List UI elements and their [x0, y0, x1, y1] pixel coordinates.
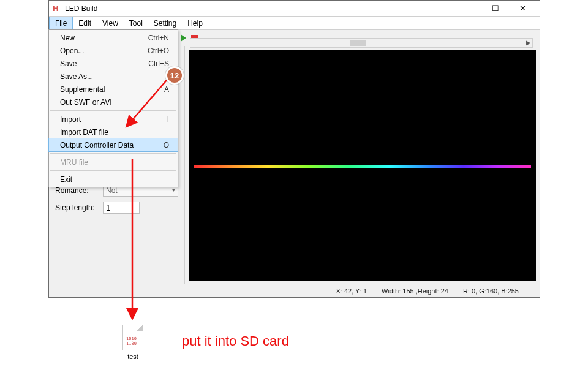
file-menu-save-as[interactable]: Save As...: [49, 70, 178, 83]
annotation-step-badge: 12: [165, 66, 184, 85]
step-length-label: Step length:: [55, 203, 99, 212]
file-menu-mru: MRU file: [49, 156, 178, 168]
file-menu-import[interactable]: Import I: [49, 113, 178, 126]
file-menu-new[interactable]: New Ctrl+N: [49, 31, 178, 44]
binary-file-icon: 1010 1100: [123, 325, 143, 350]
scrollbar-right-arrow-icon[interactable]: ▶: [526, 39, 531, 46]
file-menu-out-swf-avi[interactable]: Out SWF or AVI: [49, 96, 178, 108]
maximize-button[interactable]: ☐: [482, 1, 509, 17]
app-icon: H: [53, 4, 61, 13]
window-title: LED Build: [65, 4, 97, 13]
romance-value: Not: [106, 186, 118, 195]
menu-file[interactable]: File: [49, 17, 73, 29]
file-menu-import-dat[interactable]: Import DAT file: [49, 126, 178, 138]
minimize-button[interactable]: —: [455, 1, 482, 17]
status-rgb: R: 0, G:160, B:255: [463, 287, 519, 295]
menu-separator: [50, 153, 176, 154]
menu-tool[interactable]: Tool: [124, 17, 148, 29]
canvas-area: [185, 46, 540, 284]
file-menu-exit[interactable]: Exit: [49, 173, 178, 186]
status-position: X: 42, Y: 1: [336, 287, 367, 295]
menu-help[interactable]: Help: [182, 17, 208, 29]
output-file-name: test: [118, 353, 148, 360]
menu-setting[interactable]: Setting: [148, 17, 182, 29]
file-menu-supplemental[interactable]: Supplemental A: [49, 83, 178, 96]
menu-edit[interactable]: Edit: [73, 17, 97, 29]
statusbar: X: 42, Y: 1 Width: 155 ,Height: 24 R: 0,…: [49, 284, 540, 297]
output-file-icon[interactable]: 1010 1100 test: [118, 325, 148, 360]
titlebar: H LED Build — ☐ ✕: [49, 1, 540, 17]
file-menu-dropdown: New Ctrl+N Open... Ctrl+O Save Ctrl+S Sa…: [48, 29, 178, 187]
annotation-instruction-text: put it into SD card: [182, 333, 289, 349]
menu-view[interactable]: View: [97, 17, 124, 29]
menu-separator: [50, 110, 176, 111]
close-button[interactable]: ✕: [509, 1, 536, 17]
step-length-input[interactable]: [103, 202, 140, 214]
play-icon[interactable]: [181, 34, 186, 42]
file-menu-save[interactable]: Save Ctrl+S: [49, 57, 178, 70]
romance-label: Romance:: [55, 186, 99, 195]
file-menu-open[interactable]: Open... Ctrl+O: [49, 44, 178, 57]
scrollbar-thumb[interactable]: [350, 40, 366, 46]
status-size: Width: 155 ,Height: 24: [382, 287, 448, 295]
step-length-row: Step length:: [55, 202, 178, 214]
menu-separator: [50, 170, 176, 171]
menubar: File Edit View Tool Setting Help: [49, 17, 540, 30]
led-strip-preview: [194, 165, 531, 168]
top-horizontal-scrollbar[interactable]: ▶: [190, 38, 533, 48]
chevron-down-icon: ▾: [172, 187, 175, 193]
preview-canvas[interactable]: [189, 50, 536, 281]
file-menu-output-controller-data[interactable]: Output Controller Data O: [49, 138, 178, 151]
